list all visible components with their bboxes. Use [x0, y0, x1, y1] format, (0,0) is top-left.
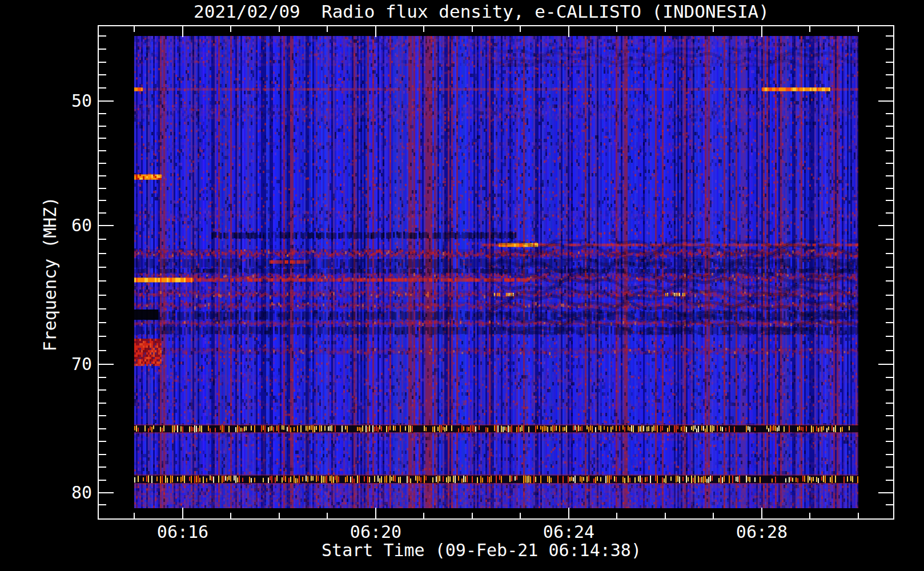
axis-tick	[99, 403, 106, 404]
axis-tick	[886, 200, 893, 201]
axis-tick	[886, 454, 893, 455]
axis-tick	[886, 467, 893, 468]
axis-tick	[886, 87, 893, 89]
axis-tick	[99, 336, 106, 337]
axis-tick	[99, 175, 106, 176]
axis-tick	[99, 364, 114, 365]
axis-tick	[99, 253, 106, 254]
axis-tick	[878, 225, 893, 226]
axis-tick	[713, 26, 714, 32]
axis-tick	[423, 26, 424, 32]
axis-tick	[99, 163, 106, 164]
axis-tick	[886, 253, 893, 254]
axis-tick	[99, 295, 106, 296]
axis-tick	[520, 513, 521, 518]
axis-tick	[886, 377, 893, 378]
callisto-spectrogram-page: 2021/02/09 Radio flux density, e-CALLIST…	[0, 0, 924, 571]
axis-tick	[99, 35, 106, 37]
axis-tick	[99, 492, 114, 493]
axis-tick	[99, 267, 106, 268]
axis-tick	[99, 62, 106, 63]
axis-tick	[616, 513, 617, 518]
axis-tick	[99, 280, 106, 282]
axis-tick	[886, 175, 893, 176]
chart-title: 2021/02/09 Radio flux density, e-CALLIST…	[194, 2, 769, 21]
axis-tick	[99, 415, 106, 416]
axis-tick	[99, 200, 106, 201]
axis-tick	[99, 150, 106, 151]
axis-tick	[279, 26, 280, 32]
axis-tick	[886, 295, 893, 296]
axis-tick	[858, 513, 859, 518]
axis-tick	[886, 62, 893, 63]
axis-tick	[99, 87, 106, 89]
axis-tick	[886, 428, 893, 429]
axis-tick	[568, 26, 569, 37]
axis-tick	[886, 212, 893, 214]
axis-tick	[665, 513, 666, 518]
axis-tick	[99, 322, 106, 323]
axis-tick	[99, 350, 106, 351]
axis-tick	[99, 188, 106, 189]
axis-tick	[99, 441, 106, 442]
axis-tick	[809, 26, 810, 32]
axis-tick	[375, 26, 376, 37]
axis-tick	[761, 26, 762, 37]
axis-tick	[761, 508, 762, 518]
axis-tick	[375, 508, 376, 518]
axis-tick	[886, 350, 893, 351]
axis-tick	[230, 513, 231, 518]
axis-tick	[878, 364, 893, 365]
axis-tick	[327, 26, 328, 32]
axis-tick	[99, 113, 106, 114]
axis-tick	[713, 513, 714, 518]
axis-tick	[886, 280, 893, 282]
axis-tick	[878, 492, 893, 493]
y-tick-label: 80	[44, 484, 92, 501]
axis-tick	[99, 389, 106, 391]
axis-tick	[99, 428, 106, 429]
axis-tick	[809, 513, 810, 518]
axis-tick	[886, 138, 893, 139]
axis-tick	[279, 513, 280, 518]
axis-tick	[99, 212, 106, 214]
axis-tick	[327, 513, 328, 518]
axis-tick	[99, 74, 106, 75]
x-axis-title: Start Time (09-Feb-21 06:14:38)	[322, 541, 641, 560]
axis-tick	[99, 480, 106, 481]
axis-tick	[616, 26, 617, 32]
x-tick-label: 06:24	[523, 524, 614, 541]
axis-tick	[886, 504, 893, 505]
axis-tick	[886, 389, 893, 391]
axis-tick	[99, 467, 106, 468]
axis-tick	[886, 239, 893, 240]
axis-tick	[182, 508, 183, 518]
axis-tick	[886, 267, 893, 268]
axis-tick	[878, 100, 893, 102]
axis-tick	[886, 415, 893, 416]
axis-tick	[134, 513, 135, 518]
axis-tick	[520, 26, 521, 32]
axis-tick	[182, 26, 183, 37]
axis-tick	[99, 308, 106, 309]
x-tick-label: 06:20	[330, 524, 421, 541]
axis-tick	[886, 403, 893, 404]
axis-tick	[886, 308, 893, 309]
axis-tick	[886, 336, 893, 337]
axis-tick	[99, 504, 106, 505]
x-tick-label: 06:16	[137, 524, 228, 541]
axis-tick	[886, 113, 893, 114]
axis-tick	[472, 513, 473, 518]
y-tick-label: 70	[44, 356, 92, 373]
axis-tick	[568, 508, 569, 518]
axis-tick	[99, 126, 106, 127]
axis-tick	[886, 126, 893, 127]
axis-tick	[886, 163, 893, 164]
axis-tick	[99, 49, 106, 50]
axis-tick	[99, 100, 114, 102]
spectrogram-image	[134, 36, 858, 508]
axis-tick	[472, 26, 473, 32]
y-tick-label: 50	[44, 93, 92, 110]
axis-tick	[99, 239, 106, 240]
axis-tick	[886, 188, 893, 189]
